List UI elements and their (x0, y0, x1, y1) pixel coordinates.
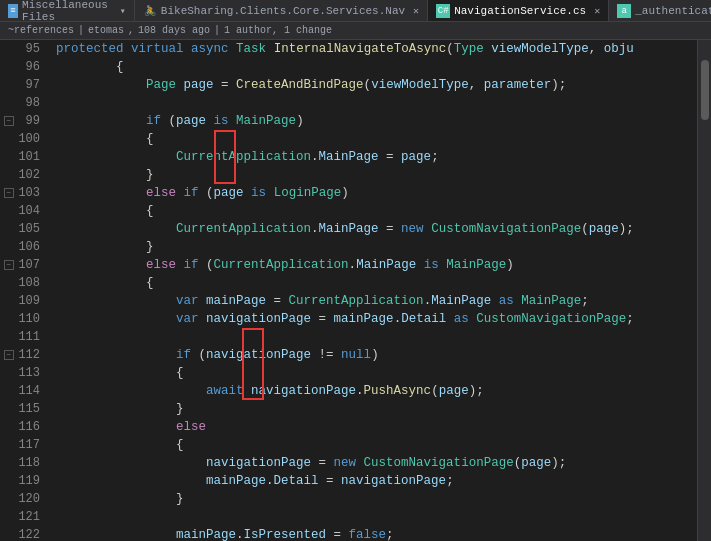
code-line: if (navigationPage != null) (56, 346, 697, 364)
tab-nav-close[interactable]: ✕ (594, 5, 600, 17)
scrollbar[interactable] (697, 40, 711, 541)
scrollbar-thumb[interactable] (701, 60, 709, 120)
code-line: { (56, 364, 697, 382)
line-number: 102 (16, 166, 40, 184)
gutter-line: −103 (0, 184, 44, 202)
tab-misc-close[interactable]: ▾ (120, 5, 126, 17)
info-references: ~references (8, 25, 74, 36)
code-line: else if (page is LoginPage) (56, 184, 697, 202)
gutter-line: 109 (0, 292, 44, 310)
nav-icon: C# (436, 4, 450, 18)
line-number: 100 (16, 130, 40, 148)
code-line: var navigationPage = mainPage.Detail as … (56, 310, 697, 328)
line-number: 111 (16, 328, 40, 346)
code-line: await navigationPage.PushAsync(page); (56, 382, 697, 400)
line-number: 106 (16, 238, 40, 256)
code-line: CurrentApplication.MainPage = page; (56, 148, 697, 166)
gutter-line: 110 (0, 310, 44, 328)
line-number: 99 (16, 112, 40, 130)
info-time: 108 days ago (138, 25, 210, 36)
code-area: 95969798−99100101102−103104105106−107108… (0, 40, 711, 541)
gutter-line: 102 (0, 166, 44, 184)
code-line: { (56, 436, 697, 454)
code-line: CurrentApplication.MainPage = new Custom… (56, 220, 697, 238)
line-number: 107 (16, 256, 40, 274)
gutter-line: 98 (0, 94, 44, 112)
line-number: 117 (16, 436, 40, 454)
line-number: 113 (16, 364, 40, 382)
code-line: else (56, 418, 697, 436)
line-number: 101 (16, 148, 40, 166)
line-number: 115 (16, 400, 40, 418)
gutter-line: 101 (0, 148, 44, 166)
gutter-line: 120 (0, 490, 44, 508)
gutter-line: 121 (0, 508, 44, 526)
info-commits: 1 author, 1 change (224, 25, 332, 36)
gutter-line: −107 (0, 256, 44, 274)
line-number-gutter: 95969798−99100101102−103104105106−107108… (0, 40, 52, 541)
tab-auth-label: _authenticationService (635, 5, 711, 17)
code-line: { (56, 202, 697, 220)
code-line: { (56, 130, 697, 148)
line-number: 103 (16, 184, 40, 202)
fold-icon[interactable]: − (4, 350, 14, 360)
info-author: etomas (88, 25, 124, 36)
code-line: } (56, 400, 697, 418)
fold-icon[interactable]: − (4, 260, 14, 270)
code-line (56, 328, 697, 346)
gutter-line: 97 (0, 76, 44, 94)
auth-icon: a (617, 4, 631, 18)
gutter-line: 106 (0, 238, 44, 256)
line-number: 114 (16, 382, 40, 400)
line-number: 96 (16, 58, 40, 76)
gutter-line: 111 (0, 328, 44, 346)
gutter-line: 119 (0, 472, 44, 490)
code-content: protected virtual async Task InternalNav… (52, 40, 697, 541)
line-number: 118 (16, 454, 40, 472)
line-number: 104 (16, 202, 40, 220)
gutter-line: 96 (0, 58, 44, 76)
line-number: 121 (16, 508, 40, 526)
code-line (56, 94, 697, 112)
code-line: } (56, 238, 697, 256)
line-number: 98 (16, 94, 40, 112)
code-line: { (56, 58, 697, 76)
fold-icon[interactable]: − (4, 188, 14, 198)
code-line: protected virtual async Task InternalNav… (56, 40, 697, 58)
gutter-line: 100 (0, 130, 44, 148)
gutter-line: 104 (0, 202, 44, 220)
tab-bike-close[interactable]: ✕ (413, 5, 419, 17)
line-number: 116 (16, 418, 40, 436)
gutter-line: 108 (0, 274, 44, 292)
line-number: 97 (16, 76, 40, 94)
tab-misc[interactable]: ≡ Miscellaneous Files ▾ (0, 0, 135, 21)
tab-auth[interactable]: a _authenticationService (609, 0, 711, 21)
tab-nav[interactable]: C# NavigationService.cs ✕ (428, 0, 609, 21)
code-line: if (page is MainPage) (56, 112, 697, 130)
line-number: 110 (16, 310, 40, 328)
line-number: 122 (16, 526, 40, 541)
code-line: mainPage.Detail = navigationPage; (56, 472, 697, 490)
misc-icon: ≡ (8, 4, 18, 18)
line-number: 109 (16, 292, 40, 310)
line-number: 119 (16, 472, 40, 490)
code-line: Page page = CreateAndBindPage(viewModelT… (56, 76, 697, 94)
tab-bike[interactable]: 🚴 BikeSharing.Clients.Core.Services.Nav … (135, 0, 428, 21)
gutter-line: 95 (0, 40, 44, 58)
code-line: else if (CurrentApplication.MainPage is … (56, 256, 697, 274)
code-line (56, 508, 697, 526)
code-line: var mainPage = CurrentApplication.MainPa… (56, 292, 697, 310)
line-number: 120 (16, 490, 40, 508)
code-line: } (56, 490, 697, 508)
line-number: 112 (16, 346, 40, 364)
gutter-line: 118 (0, 454, 44, 472)
code-line: { (56, 274, 697, 292)
code-line: navigationPage = new CustomNavigationPag… (56, 454, 697, 472)
line-number: 95 (16, 40, 40, 58)
bike-icon: 🚴 (143, 4, 157, 18)
code-line: } (56, 166, 697, 184)
fold-icon[interactable]: − (4, 116, 14, 126)
gutter-line: −112 (0, 346, 44, 364)
gutter-line: 116 (0, 418, 44, 436)
gutter-line: 113 (0, 364, 44, 382)
